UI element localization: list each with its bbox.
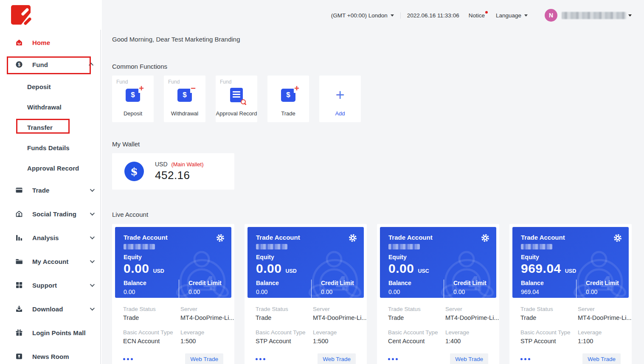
add-plus-icon: + [335, 87, 344, 103]
account-type-value: STP Account [520, 338, 578, 344]
wallet-dollar-icon: $ [124, 162, 144, 181]
add-function-card[interactable]: + Add [319, 76, 361, 122]
sidebar-item-social-trading[interactable]: Social Trading [0, 202, 102, 226]
account-number-blurred [521, 244, 552, 249]
common-function-approval-record-card[interactable]: Fund Approval Record [216, 76, 257, 122]
leverage-value: 1:400 [445, 338, 469, 344]
card-category-label: Fund [116, 79, 128, 85]
server-value: MT4-DooPrime-Li... [445, 314, 499, 321]
account-type-value: Cent Account [388, 338, 445, 344]
wallet-amount: 452.16 [155, 169, 204, 182]
sidebar-item-news-room[interactable]: News Room [0, 344, 102, 364]
download-icon [15, 305, 23, 313]
trade-status-label: Trade Status [388, 306, 445, 312]
sidebar-item-analysis[interactable]: Analysis [0, 226, 102, 249]
balance-label: Balance [124, 280, 179, 286]
trade-card-icon [15, 186, 23, 194]
trade-account-title: Trade Account [256, 234, 300, 241]
user-name-blurred [562, 12, 626, 19]
balance-value: 0.00 [124, 288, 179, 295]
approval-record-list-icon [230, 88, 243, 102]
trade-status-value: Trade [256, 314, 313, 321]
sidebar-item-label: Analysis [32, 234, 59, 241]
web-trade-button[interactable]: Web Trade [185, 353, 223, 364]
balance-value: 0.00 [388, 288, 444, 295]
live-account-card: Trade Account Equity 969.04 USD Balance … [509, 224, 632, 364]
card-label: Deposit [124, 110, 142, 117]
server-label: Server [445, 306, 499, 312]
language-label: Language [496, 12, 521, 19]
equity-value: 0.00 [388, 261, 414, 276]
home-icon [15, 39, 23, 46]
sidebar-item-home[interactable]: Home [0, 32, 102, 53]
web-trade-button[interactable]: Web Trade [450, 353, 488, 364]
gear-icon[interactable] [481, 234, 489, 242]
sidebar: Home $ Fund Deposit Withdrawal Transfer … [0, 0, 102, 364]
sidebar-item-label: My Account [32, 258, 68, 265]
common-function-withdrawal-card[interactable]: Fund − Withdrawal [164, 76, 205, 122]
greeting-text: Good Morning, Dear Test Marketing Brandi… [112, 36, 632, 43]
common-function-deposit-card[interactable]: Fund + Deposit [112, 76, 154, 122]
chevron-down-icon [90, 282, 95, 287]
gear-icon[interactable] [613, 234, 622, 242]
timezone-label: (GMT +00:00) London [331, 12, 388, 19]
notice-label: Notice [469, 12, 485, 19]
chevron-down-icon [90, 306, 95, 311]
common-function-trade-card[interactable]: + Trade [267, 76, 309, 122]
equity-label: Equity [388, 254, 489, 260]
live-account-title: Live Account [112, 211, 632, 218]
user-menu[interactable] [562, 12, 632, 19]
equity-label: Equity [256, 254, 357, 260]
credit-limit-value: 0.00 [453, 288, 487, 295]
sidebar-item-support[interactable]: Support [0, 273, 102, 297]
chevron-down-icon [524, 14, 528, 17]
account-summary-panel: Trade Account Equity 0.00 USC Balance 0.… [380, 227, 496, 298]
language-selector[interactable]: Language [496, 12, 528, 19]
more-actions-button[interactable] [256, 358, 265, 360]
sidebar-item-trade[interactable]: Trade [0, 178, 102, 202]
my-wallet-title: My Wallet [112, 140, 632, 148]
wallet-card: $ USD (Main Wallet) 452.16 [112, 153, 234, 190]
account-type-value: ECN Account [123, 338, 180, 344]
divider [400, 12, 401, 19]
sidebar-item-login-points-mall[interactable]: Login Points Mall [0, 321, 102, 344]
analysis-bars-icon [15, 234, 23, 241]
account-number-blurred [256, 244, 287, 249]
sidebar-item-download[interactable]: Download [0, 297, 102, 321]
sidebar-item-withdrawal[interactable]: Withdrawal [0, 97, 102, 117]
sidebar-item-funds-details[interactable]: Funds Details [0, 137, 102, 158]
card-category-label: Fund [168, 79, 180, 85]
server-value: MT4-DooPrime-Li... [180, 314, 234, 321]
notice-badge-dot [485, 11, 488, 14]
equity-currency: USD [285, 268, 296, 274]
gear-icon[interactable] [349, 234, 357, 242]
magnifier-icon [241, 99, 246, 104]
sidebar-item-approval-record[interactable]: Approval Record [0, 158, 102, 178]
credit-limit-value: 0.00 [586, 288, 619, 295]
live-account-card: Trade Account Equity 0.00 USC Balance 0.… [377, 224, 499, 364]
more-actions-button[interactable] [388, 358, 398, 360]
sidebar-item-label: Download [32, 305, 63, 313]
sidebar-item-label: Withdrawal [27, 104, 62, 111]
server-value: MT4-DooPrime-Li... [578, 314, 632, 321]
brand-logo[interactable] [0, 0, 102, 32]
web-trade-button[interactable]: Web Trade [582, 353, 621, 364]
gear-icon[interactable] [216, 234, 225, 242]
account-type-label: Basic Account Type [256, 329, 313, 336]
more-actions-button[interactable] [123, 358, 133, 360]
sidebar-item-deposit[interactable]: Deposit [0, 76, 102, 97]
balance-label: Balance [388, 280, 444, 286]
timezone-selector[interactable]: (GMT +00:00) London [331, 12, 394, 19]
live-account-card: Trade Account Equity 0.00 USD Balance 0.… [245, 224, 367, 364]
sidebar-item-transfer[interactable]: Transfer [0, 117, 102, 137]
trade-status-label: Trade Status [520, 306, 578, 312]
main-wallet-tag: (Main Wallet) [171, 161, 203, 168]
notice-button[interactable]: Notice [469, 12, 485, 19]
web-trade-button[interactable]: Web Trade [318, 353, 356, 364]
leverage-label: Leverage [445, 329, 469, 336]
deposit-dollar-icon: + [126, 89, 140, 102]
sidebar-item-my-account[interactable]: My Account [0, 249, 102, 273]
more-actions-button[interactable] [520, 358, 530, 360]
sidebar-item-fund[interactable]: $ Fund [0, 53, 102, 76]
avatar[interactable]: N [545, 9, 557, 22]
